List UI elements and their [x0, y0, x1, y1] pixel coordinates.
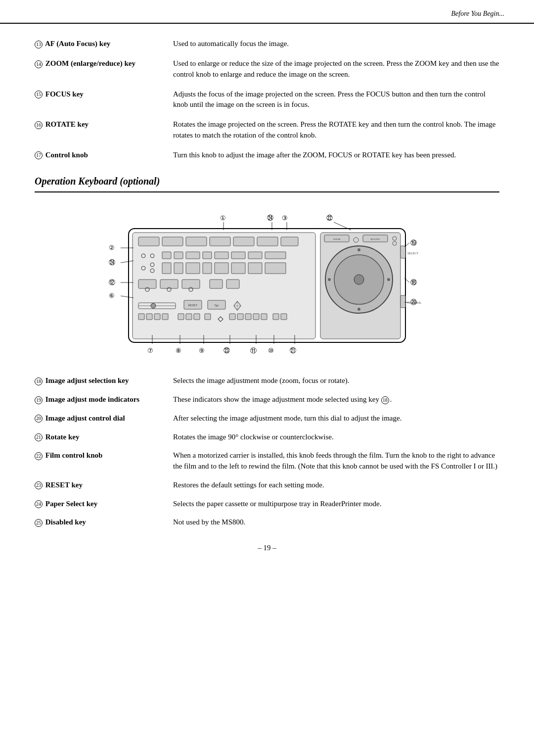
svg-rect-16: [231, 252, 245, 259]
svg-rect-30: [138, 280, 156, 288]
svg-rect-53: [186, 314, 192, 320]
key-desc-rotate: Rotates the image projected on the scree…: [173, 119, 499, 141]
svg-text:⑫: ⑫: [109, 279, 115, 286]
svg-text:⑳: ⑳: [410, 298, 417, 306]
svg-rect-24: [186, 263, 200, 274]
num-19: 19: [35, 396, 43, 404]
bottom-label-19: 19 Image adjust mode indicators: [35, 394, 173, 405]
svg-rect-34: [182, 280, 200, 288]
svg-rect-6: [233, 237, 254, 246]
svg-line-98: [121, 296, 134, 298]
zoom-key-label: ZOOM (enlarge/reduce) key: [45, 59, 135, 67]
svg-text:㉔: ㉔: [109, 259, 115, 266]
film-control-knob-label: Film control knob: [45, 451, 103, 459]
svg-rect-13: [186, 252, 200, 259]
bottom-key-list: 18 Image adjust selection key Selects th…: [35, 376, 499, 528]
image-adjust-ind-label: Image adjust mode indicators: [45, 395, 139, 403]
num-22: 22: [35, 452, 43, 460]
bottom-row-18: 18 Image adjust selection key Selects th…: [35, 376, 499, 386]
svg-rect-37: [226, 280, 239, 288]
keyboard-diagram: RESET 5go: [89, 206, 445, 360]
bottom-row-21: 21 Rotate key Rotates the image 90° cloc…: [35, 432, 499, 443]
svg-rect-48: [138, 314, 144, 320]
diagram-wrapper: RESET 5go: [89, 206, 445, 360]
svg-point-67: [354, 275, 364, 284]
key-label-zoom: 14 ZOOM (enlarge/reduce) key: [35, 58, 173, 69]
bottom-label-20: 20 Image adjust control dial: [35, 413, 173, 424]
svg-rect-28: [248, 263, 262, 274]
svg-text:⑥: ⑥: [109, 292, 115, 299]
section-heading: Operation Keyboard (optional): [35, 174, 499, 192]
page-number: – 19 –: [35, 543, 499, 554]
svg-text:⑪: ⑪: [250, 347, 257, 354]
svg-rect-11: [162, 252, 171, 259]
key-row-control-knob: 17 Control knob Turn this knob to adjust…: [35, 150, 499, 161]
svg-text:ROTATE: ROTATE: [371, 238, 380, 240]
diagram-container: RESET 5go: [35, 206, 499, 360]
num-20: 20: [35, 415, 43, 423]
num-25: 25: [35, 519, 43, 527]
key-desc-zoom: Used to enlarge or reduce the size of th…: [173, 58, 499, 80]
num-24: 24: [35, 500, 43, 508]
svg-point-71: [328, 278, 331, 281]
svg-rect-26: [215, 263, 228, 274]
svg-rect-2: [138, 237, 159, 246]
num-21: 21: [35, 433, 43, 441]
svg-rect-8: [281, 237, 298, 246]
bottom-desc-23: Restores the default settings for each s…: [173, 480, 499, 491]
svg-point-69: [387, 278, 390, 281]
key-desc-control-knob: Turn this knob to adjust the image after…: [173, 150, 499, 161]
bottom-desc-19: These indicators show the image adjustme…: [173, 394, 499, 405]
svg-rect-18: [265, 252, 286, 259]
bottom-desc-20: After selecting the image adjustment mod…: [173, 413, 499, 424]
bottom-label-18: 18 Image adjust selection key: [35, 376, 173, 386]
svg-point-40: [151, 303, 156, 308]
reset-key-label: RESET key: [45, 481, 83, 489]
svg-rect-74: [400, 295, 405, 308]
bottom-row-20: 20 Image adjust control dial After selec…: [35, 413, 499, 424]
svg-line-96: [121, 261, 134, 263]
svg-rect-17: [248, 252, 262, 259]
key-desc-focus: Adjusts the focus of the image projected…: [173, 89, 499, 111]
svg-rect-54: [194, 314, 200, 320]
svg-text:㉔: ㉔: [267, 214, 273, 222]
svg-text:RESET: RESET: [188, 304, 198, 307]
svg-rect-23: [174, 263, 183, 274]
svg-text:㉑: ㉑: [290, 347, 296, 354]
num-18-ref: 18: [381, 396, 389, 404]
svg-rect-57: [229, 314, 235, 320]
svg-rect-62: [273, 314, 279, 320]
bottom-desc-25: Not used by the MS800.: [173, 517, 499, 528]
svg-rect-14: [203, 252, 212, 259]
svg-text:③: ③: [282, 214, 288, 222]
svg-rect-59: [245, 314, 251, 320]
svg-rect-22: [162, 263, 171, 274]
svg-text:5go: 5go: [215, 304, 219, 307]
svg-rect-72: [400, 246, 405, 258]
svg-text:⑦: ⑦: [147, 347, 153, 354]
svg-rect-3: [162, 237, 183, 246]
svg-text:ZOOM: ZOOM: [333, 238, 341, 240]
svg-rect-61: [261, 314, 267, 320]
key-desc-af: Used to automatically focus the image.: [173, 39, 499, 49]
svg-rect-15: [215, 252, 228, 259]
key-row-zoom: 14 ZOOM (enlarge/reduce) key Used to enl…: [35, 58, 499, 80]
svg-text:㉒: ㉒: [326, 214, 333, 222]
svg-rect-4: [186, 237, 207, 246]
svg-text:⑩: ⑩: [268, 347, 274, 354]
svg-rect-1: [133, 233, 315, 339]
key-row-focus: 15 FOCUS key Adjusts the focus of the im…: [35, 89, 499, 111]
num-13: 13: [35, 41, 43, 48]
svg-rect-63: [281, 314, 287, 320]
num-17: 17: [35, 151, 43, 159]
header-title: Before You Begin...: [451, 9, 504, 19]
key-label-focus: 15 FOCUS key: [35, 89, 173, 100]
num-16: 16: [35, 121, 43, 129]
main-content: 13 AF (Auto Focus) key Used to automatic…: [0, 24, 534, 573]
rotate-key2-label: Rotate key: [45, 433, 80, 441]
key-label-control-knob: 17 Control knob: [35, 150, 173, 161]
control-knob-label: Control knob: [45, 151, 88, 159]
svg-rect-7: [257, 237, 278, 246]
page: Before You Begin... 13 AF (Auto Focus) k…: [0, 0, 534, 756]
svg-rect-27: [231, 263, 245, 274]
